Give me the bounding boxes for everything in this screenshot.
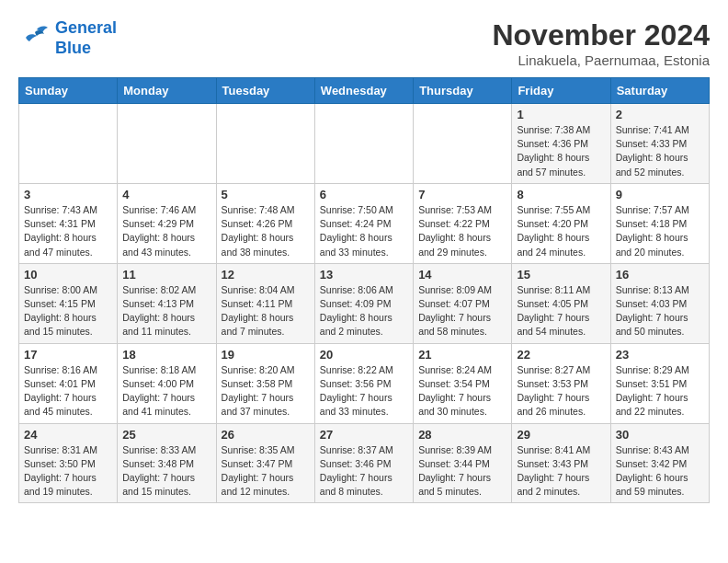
calendar-cell: 12Sunrise: 8:04 AM Sunset: 4:11 PM Dayli…	[216, 263, 314, 343]
calendar-cell: 11Sunrise: 8:02 AM Sunset: 4:13 PM Dayli…	[118, 263, 216, 343]
calendar-cell: 6Sunrise: 7:50 AM Sunset: 4:24 PM Daylig…	[314, 183, 413, 263]
calendar-cell	[414, 104, 512, 184]
calendar-cell: 4Sunrise: 7:46 AM Sunset: 4:29 PM Daylig…	[118, 183, 216, 263]
day-number: 19	[222, 348, 310, 362]
day-number: 5	[222, 188, 310, 201]
calendar-cell: 28Sunrise: 8:39 AM Sunset: 3:44 PM Dayli…	[414, 423, 512, 503]
day-number: 8	[517, 188, 605, 201]
day-number: 26	[222, 428, 310, 442]
weekday-header-tuesday: Tuesday	[216, 78, 314, 104]
day-number: 23	[616, 348, 704, 362]
weekday-header-saturday: Saturday	[610, 78, 709, 104]
calendar-cell: 22Sunrise: 8:27 AM Sunset: 3:53 PM Dayli…	[512, 343, 610, 423]
calendar-week-1: 1Sunrise: 7:38 AM Sunset: 4:36 PM Daylig…	[19, 104, 710, 184]
day-number: 27	[320, 428, 408, 442]
day-info: Sunrise: 7:48 AM Sunset: 4:26 PM Dayligh…	[222, 203, 310, 259]
day-number: 13	[320, 268, 408, 282]
logo: General Blue	[18, 18, 117, 58]
day-number: 14	[418, 268, 506, 282]
day-number: 15	[517, 268, 605, 282]
day-number: 18	[122, 348, 210, 362]
day-info: Sunrise: 7:41 AM Sunset: 4:33 PM Dayligh…	[616, 123, 704, 179]
day-number: 30	[616, 428, 704, 442]
day-number: 21	[418, 348, 506, 362]
calendar-cell: 5Sunrise: 7:48 AM Sunset: 4:26 PM Daylig…	[216, 183, 314, 263]
day-number: 20	[320, 348, 408, 362]
calendar-cell: 30Sunrise: 8:43 AM Sunset: 3:42 PM Dayli…	[610, 423, 709, 503]
day-info: Sunrise: 7:53 AM Sunset: 4:22 PM Dayligh…	[418, 203, 506, 259]
day-number: 11	[122, 268, 210, 282]
calendar-cell: 24Sunrise: 8:31 AM Sunset: 3:50 PM Dayli…	[19, 423, 118, 503]
weekday-header-sunday: Sunday	[19, 78, 118, 104]
day-info: Sunrise: 8:43 AM Sunset: 3:42 PM Dayligh…	[616, 443, 704, 500]
calendar-cell: 20Sunrise: 8:22 AM Sunset: 3:56 PM Dayli…	[314, 343, 413, 423]
day-info: Sunrise: 8:00 AM Sunset: 4:15 PM Dayligh…	[24, 283, 112, 339]
day-info: Sunrise: 8:02 AM Sunset: 4:13 PM Dayligh…	[122, 283, 210, 339]
month-title: November 2024	[492, 18, 710, 52]
day-info: Sunrise: 7:43 AM Sunset: 4:31 PM Dayligh…	[24, 203, 112, 259]
day-info: Sunrise: 7:57 AM Sunset: 4:18 PM Dayligh…	[616, 203, 704, 259]
day-number: 28	[418, 428, 506, 442]
calendar-cell: 14Sunrise: 8:09 AM Sunset: 4:07 PM Dayli…	[414, 263, 512, 343]
calendar-cell: 17Sunrise: 8:16 AM Sunset: 4:01 PM Dayli…	[19, 343, 118, 423]
day-number: 3	[24, 188, 112, 201]
day-info: Sunrise: 8:04 AM Sunset: 4:11 PM Dayligh…	[222, 283, 310, 339]
day-info: Sunrise: 8:41 AM Sunset: 3:43 PM Dayligh…	[517, 443, 605, 500]
day-number: 2	[616, 108, 704, 121]
day-info: Sunrise: 8:35 AM Sunset: 3:47 PM Dayligh…	[222, 443, 310, 500]
location-subtitle: Linakuela, Paernumaa, Estonia	[492, 52, 710, 68]
calendar-cell: 7Sunrise: 7:53 AM Sunset: 4:22 PM Daylig…	[414, 183, 512, 263]
day-info: Sunrise: 8:18 AM Sunset: 4:00 PM Dayligh…	[122, 363, 210, 419]
calendar-cell	[19, 104, 118, 184]
day-info: Sunrise: 8:22 AM Sunset: 3:56 PM Dayligh…	[320, 363, 408, 419]
day-info: Sunrise: 8:16 AM Sunset: 4:01 PM Dayligh…	[24, 363, 112, 419]
day-info: Sunrise: 8:33 AM Sunset: 3:48 PM Dayligh…	[122, 443, 210, 500]
day-info: Sunrise: 8:39 AM Sunset: 3:44 PM Dayligh…	[418, 443, 506, 500]
day-number: 7	[418, 188, 506, 201]
calendar-cell: 8Sunrise: 7:55 AM Sunset: 4:20 PM Daylig…	[512, 183, 610, 263]
day-number: 29	[517, 428, 605, 442]
day-info: Sunrise: 7:46 AM Sunset: 4:29 PM Dayligh…	[122, 203, 210, 259]
calendar-cell: 29Sunrise: 8:41 AM Sunset: 3:43 PM Dayli…	[512, 423, 610, 503]
day-info: Sunrise: 7:55 AM Sunset: 4:20 PM Dayligh…	[517, 203, 605, 259]
day-number: 9	[616, 188, 704, 201]
day-info: Sunrise: 8:31 AM Sunset: 3:50 PM Dayligh…	[24, 443, 112, 500]
calendar-cell: 21Sunrise: 8:24 AM Sunset: 3:54 PM Dayli…	[414, 343, 512, 423]
weekday-header-thursday: Thursday	[414, 78, 512, 104]
calendar-cell: 18Sunrise: 8:18 AM Sunset: 4:00 PM Dayli…	[118, 343, 216, 423]
calendar-cell: 25Sunrise: 8:33 AM Sunset: 3:48 PM Dayli…	[118, 423, 216, 503]
calendar-cell: 2Sunrise: 7:41 AM Sunset: 4:33 PM Daylig…	[610, 104, 709, 184]
calendar-cell: 10Sunrise: 8:00 AM Sunset: 4:15 PM Dayli…	[19, 263, 118, 343]
day-info: Sunrise: 8:13 AM Sunset: 4:03 PM Dayligh…	[616, 283, 704, 339]
weekday-header-wednesday: Wednesday	[314, 78, 413, 104]
day-info: Sunrise: 8:09 AM Sunset: 4:07 PM Dayligh…	[418, 283, 506, 339]
calendar-cell: 16Sunrise: 8:13 AM Sunset: 4:03 PM Dayli…	[610, 263, 709, 343]
day-number: 12	[222, 268, 310, 282]
calendar-week-5: 24Sunrise: 8:31 AM Sunset: 3:50 PM Dayli…	[19, 423, 710, 503]
weekday-header-monday: Monday	[118, 78, 216, 104]
calendar-cell: 19Sunrise: 8:20 AM Sunset: 3:58 PM Dayli…	[216, 343, 314, 423]
page-header: General Blue November 2024 Linakuela, Pa…	[18, 18, 710, 68]
calendar-cell: 9Sunrise: 7:57 AM Sunset: 4:18 PM Daylig…	[610, 183, 709, 263]
day-number: 17	[24, 348, 112, 362]
day-info: Sunrise: 8:27 AM Sunset: 3:53 PM Dayligh…	[517, 363, 605, 419]
day-number: 25	[122, 428, 210, 442]
day-number: 22	[517, 348, 605, 362]
calendar-cell	[216, 104, 314, 184]
day-info: Sunrise: 8:06 AM Sunset: 4:09 PM Dayligh…	[320, 283, 408, 339]
calendar-cell	[314, 104, 413, 184]
day-info: Sunrise: 8:24 AM Sunset: 3:54 PM Dayligh…	[418, 363, 506, 419]
calendar-week-3: 10Sunrise: 8:00 AM Sunset: 4:15 PM Dayli…	[19, 263, 710, 343]
day-number: 6	[320, 188, 408, 201]
day-info: Sunrise: 8:37 AM Sunset: 3:46 PM Dayligh…	[320, 443, 408, 500]
day-info: Sunrise: 7:38 AM Sunset: 4:36 PM Dayligh…	[517, 123, 605, 179]
day-number: 4	[122, 188, 210, 201]
day-number: 24	[24, 428, 112, 442]
day-info: Sunrise: 8:20 AM Sunset: 3:58 PM Dayligh…	[222, 363, 310, 419]
day-info: Sunrise: 7:50 AM Sunset: 4:24 PM Dayligh…	[320, 203, 408, 259]
logo-icon	[18, 25, 51, 52]
calendar-cell: 15Sunrise: 8:11 AM Sunset: 4:05 PM Dayli…	[512, 263, 610, 343]
calendar-cell: 26Sunrise: 8:35 AM Sunset: 3:47 PM Dayli…	[216, 423, 314, 503]
calendar-table: SundayMondayTuesdayWednesdayThursdayFrid…	[18, 77, 710, 503]
calendar-cell: 27Sunrise: 8:37 AM Sunset: 3:46 PM Dayli…	[314, 423, 413, 503]
